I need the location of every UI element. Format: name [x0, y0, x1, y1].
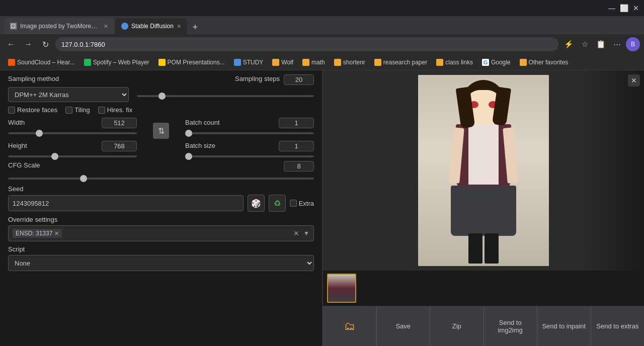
new-tab-button[interactable]: + — [188, 20, 202, 34]
seed-dice-button[interactable]: 🎲 — [248, 195, 265, 212]
content-area: Sampling method Sampling steps DPM++ 2M … — [0, 70, 644, 346]
bookmark-class-links[interactable]: class links — [432, 57, 477, 67]
seed-area: Seed 🎲 ♻ Extra — [8, 185, 314, 212]
hires-fix-checkbox[interactable]: Hires. fix — [98, 106, 133, 114]
send-to-extras-label: Send to extras — [596, 322, 638, 330]
collections-button[interactable]: 📋 — [594, 37, 608, 51]
open-folder-button[interactable]: 🗂 — [323, 306, 377, 346]
sampling-steps-label: Sampling steps — [235, 75, 280, 82]
send-to-inpaint-label: Send to inpaint — [542, 322, 586, 330]
send-to-img2img-button[interactable]: Send to img2img — [484, 306, 538, 346]
send-to-extras-button[interactable]: Send to extras — [591, 306, 645, 346]
thumbnail-1[interactable] — [327, 274, 356, 303]
bookmark-spotify[interactable]: Spotify – Web Player — [80, 57, 153, 67]
checkboxes-row: Restore faces Tiling Hires. fix — [8, 106, 314, 114]
address-bar[interactable] — [55, 37, 558, 51]
tab-2-close[interactable]: ✕ — [177, 23, 181, 30]
bookmark-google[interactable]: G Google — [478, 57, 515, 67]
bookmark-math[interactable]: math — [298, 57, 329, 67]
back-button[interactable]: ← — [4, 37, 18, 51]
seed-row: 🎲 ♻ Extra — [8, 195, 314, 212]
cfg-scale-label: CFG Scale — [8, 161, 40, 169]
tiling-checkbox[interactable]: Tiling — [65, 106, 90, 114]
cfg-scale-group: CFG Scale — [8, 161, 314, 181]
override-tag-label: ENSD: 31337 — [16, 230, 52, 237]
cfg-scale-value[interactable] — [284, 161, 314, 171]
bookmark-research[interactable]: reasearch paper — [370, 57, 431, 67]
class-links-favicon — [436, 59, 443, 66]
image-display: ✕ — [323, 70, 644, 271]
batch-count-slider[interactable] — [185, 132, 314, 134]
folder-icon: 🗂 — [344, 320, 355, 333]
batch-size-value[interactable] — [279, 141, 314, 151]
thumbnail-strip — [323, 271, 644, 306]
bookmark-pom[interactable]: POM Presentations... — [154, 57, 229, 67]
maximize-button[interactable]: ⬜ — [620, 4, 628, 12]
swap-dimensions-button[interactable]: ⇅ — [153, 123, 169, 139]
generated-image — [418, 75, 549, 266]
height-slider[interactable] — [8, 155, 137, 157]
batch-count-group: Batch count — [185, 118, 314, 139]
bookmark-shortenr-label: shortenr — [343, 59, 365, 66]
sampling-steps-slider[interactable] — [137, 95, 314, 97]
script-select[interactable]: None — [8, 255, 314, 271]
sampling-method-label: Sampling method — [8, 75, 59, 82]
nav-bar: ← → ↻ ⚡ ☆ 📋 ⋯ B — [0, 34, 644, 54]
bookmark-spotify-label: Spotify – Web Player — [93, 59, 149, 66]
height-value[interactable] — [102, 141, 137, 151]
width-value[interactable] — [102, 118, 137, 128]
zip-label: Zip — [452, 322, 461, 330]
math-favicon — [302, 59, 309, 66]
tab-1-close[interactable]: ✕ — [104, 23, 108, 30]
bookmark-wolf[interactable]: Wolf — [268, 57, 297, 67]
batch-size-slider[interactable] — [185, 155, 314, 157]
override-dropdown-button[interactable]: ▼ — [303, 230, 309, 237]
seed-input[interactable] — [8, 195, 244, 211]
width-label: Width — [8, 119, 25, 126]
extra-checkbox[interactable]: Extra — [290, 200, 314, 207]
send-to-inpaint-button[interactable]: Send to inpaint — [537, 306, 591, 346]
star-button[interactable]: ☆ — [578, 37, 592, 51]
refresh-button[interactable]: ↻ — [38, 37, 52, 51]
soundcloud-favicon — [8, 59, 15, 66]
tag-remove-button[interactable]: ✕ — [54, 230, 59, 237]
tab-1-title: Image posted by TwoMoreTimes... — [20, 23, 101, 30]
width-slider[interactable] — [8, 132, 137, 134]
study-favicon — [234, 59, 241, 66]
minimize-button[interactable]: — — [608, 4, 616, 12]
width-group: Width — [8, 118, 137, 139]
override-tag-ensd: ENSD: 31337 ✕ — [13, 229, 62, 238]
tab-1[interactable]: 🖼 Image posted by TwoMoreTimes... ✕ — [4, 18, 114, 34]
sampling-method-select[interactable]: DPM++ 2M Karras — [8, 87, 129, 102]
zip-button[interactable]: Zip — [430, 306, 484, 346]
seed-recycle-button[interactable]: ♻ — [269, 195, 286, 212]
extensions-button[interactable]: ⚡ — [561, 37, 576, 51]
bookmark-soundcloud[interactable]: SoundCloud – Hear... — [4, 57, 79, 67]
override-clear-button[interactable]: ✕ — [293, 229, 299, 237]
height-label: Height — [8, 142, 27, 149]
profile-button[interactable]: B — [626, 37, 640, 51]
tab-2[interactable]: Stable Diffusion ✕ — [115, 18, 187, 34]
tab-2-title: Stable Diffusion — [131, 23, 174, 30]
close-button[interactable]: ✕ — [632, 4, 640, 12]
cfg-scale-slider[interactable] — [8, 178, 314, 180]
width-batch-count-row: Width ⇅ Batch count — [8, 118, 314, 139]
forward-button[interactable]: → — [21, 37, 35, 51]
bookmark-study[interactable]: STUDY — [230, 57, 268, 67]
bookmark-wolf-label: Wolf — [281, 59, 293, 66]
save-button[interactable]: Save — [377, 306, 431, 346]
override-settings-label: Override settings — [8, 216, 314, 223]
action-bar: 🗂 Save Zip Send to img2img Send to inpai… — [323, 306, 644, 346]
extra-box — [290, 200, 297, 207]
bookmark-soundcloud-label: SoundCloud – Hear... — [17, 59, 75, 66]
image-close-button[interactable]: ✕ — [628, 74, 640, 86]
restore-faces-checkbox[interactable]: Restore faces — [8, 106, 57, 114]
bookmark-other-favorites[interactable]: Other favorites — [516, 57, 573, 67]
script-area: Script None — [8, 245, 314, 271]
batch-count-value[interactable] — [279, 118, 314, 128]
restore-faces-box — [8, 107, 15, 114]
sampling-steps-value[interactable] — [284, 74, 314, 85]
bookmark-shortenr[interactable]: shortenr — [330, 57, 369, 67]
bookmark-math-label: math — [311, 59, 325, 66]
menu-button[interactable]: ⋯ — [610, 37, 624, 51]
